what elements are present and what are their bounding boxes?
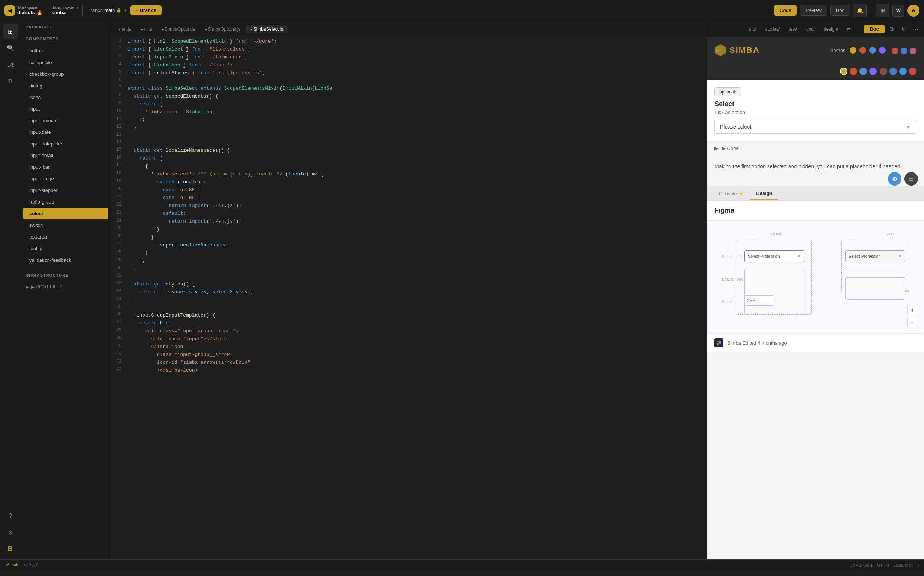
right-panel-tab-row: src/ stories/ test/ doc/ design/ ⇄	[745, 24, 854, 35]
doc-button[interactable]: Doc	[830, 5, 850, 16]
component-item-tooltip[interactable]: tooltip	[23, 243, 109, 254]
tab-simba-select[interactable]: ●SimbaSelect.js	[246, 25, 288, 34]
search-icon[interactable]: 🔍	[3, 40, 18, 56]
figma-browser-box-label: Browser box	[722, 277, 743, 281]
code-editor[interactable]: 1import { html, ScopedElementsMixin } fr…	[111, 37, 707, 560]
code-panel: ●en.js ●nl.js ●SimbaOption.js ●SimbaOpti…	[111, 21, 707, 560]
flip-locale-button[interactable]: flip locale	[715, 87, 742, 96]
code-line: 30 }	[111, 265, 707, 273]
code-line: 32 static get styles() {	[111, 280, 707, 288]
simba-logo-icon: S	[715, 43, 726, 57]
component-item-input[interactable]: input	[23, 103, 109, 115]
status-ln-col: Ln 43, Col 1	[850, 563, 873, 567]
component-item-input-email[interactable]: input-email	[23, 150, 109, 161]
popout-icon[interactable]: ⧉	[887, 24, 897, 35]
tab-dot2: ●	[141, 27, 143, 32]
code-line: 24 return import('./en.js');	[111, 218, 707, 226]
settings-gear-icon[interactable]: ⚙	[888, 172, 902, 186]
component-item-input-datepicker[interactable]: input-datepicker	[23, 138, 109, 150]
component-item-collapsible[interactable]: collapsible	[23, 57, 109, 68]
zoom-in-button[interactable]: +	[908, 305, 918, 315]
doc-tab-active[interactable]: Doc	[863, 25, 885, 34]
component-item-input-stepper[interactable]: input-stepper	[23, 184, 109, 196]
component-item-button[interactable]: button	[23, 45, 109, 57]
select-dropdown[interactable]: Please select ▼	[715, 120, 916, 134]
code-line: 36 _inputGroupInputTemplate() {	[111, 311, 707, 319]
doc-main: flip locale Select Pick an option Please…	[707, 80, 924, 141]
bold-icon[interactable]: B	[3, 541, 18, 557]
theme-dot-5[interactable]	[880, 67, 887, 75]
help-icon[interactable]: ?	[3, 509, 18, 523]
code-toggle[interactable]: ▶ ▶ Code	[707, 141, 924, 155]
packages-icon[interactable]: ⊞	[3, 24, 18, 39]
theme-dot-4[interactable]	[869, 67, 877, 75]
status-language: JavaScript	[894, 563, 913, 567]
theme-dot-blue2[interactable]	[901, 48, 908, 54]
figma-design-inner: default hover Select Input Select Profes…	[715, 228, 916, 326]
simba-logo: S SIMBA	[715, 43, 760, 57]
component-item-input-range[interactable]: input-range	[23, 173, 109, 184]
component-item-input-iban[interactable]: input-iban	[23, 161, 109, 173]
settings-icon[interactable]: ⚙	[3, 525, 18, 540]
layout-switch-icon[interactable]: ⇄	[843, 24, 854, 35]
more-icon[interactable]: ⋯	[911, 24, 921, 35]
layout-icon[interactable]: ⊞	[876, 4, 889, 17]
theme-dot-1[interactable]	[840, 67, 847, 75]
design-tab[interactable]: Design	[750, 187, 778, 200]
tab-design[interactable]: design/	[820, 25, 842, 34]
help-status-icon[interactable]: ?	[917, 563, 919, 567]
tab-simba-option[interactable]: ●SimbaOption.js	[157, 25, 200, 34]
refresh-icon[interactable]: ↻	[898, 24, 909, 35]
theme-dot-gold[interactable]	[850, 47, 857, 54]
console-tab[interactable]: Console ⚡	[713, 188, 750, 200]
figma-select-box-2[interactable]: Select Profession ▼	[845, 250, 905, 262]
root-files-item[interactable]: ▶ ▶ ROOT FILES	[21, 281, 110, 293]
branch-dropdown-icon[interactable]: ▼	[123, 8, 127, 13]
theme-dot-7[interactable]	[899, 67, 907, 75]
theme-dot-red[interactable]	[892, 48, 898, 54]
git-icon[interactable]: ⎇	[3, 57, 18, 72]
tab-doc[interactable]: doc/	[803, 25, 818, 34]
theme-dot-6[interactable]	[889, 67, 897, 75]
zoom-out-button[interactable]: −	[908, 317, 918, 327]
extensions-icon[interactable]: ⧉	[3, 74, 18, 88]
tab-test[interactable]: test/	[785, 25, 801, 34]
component-item-icons[interactable]: icons	[23, 91, 109, 103]
svg-text:S: S	[716, 48, 720, 54]
review-button[interactable]: Review	[800, 5, 827, 16]
component-item-input-date[interactable]: input-date	[23, 126, 109, 138]
theme-dot-blue[interactable]	[869, 47, 876, 54]
hamburger-icon[interactable]: ☰	[905, 172, 918, 186]
bottom-tab-row: Console ⚡ Design	[707, 186, 924, 201]
user-avatar[interactable]: A	[908, 5, 919, 16]
divider2	[83, 5, 83, 16]
tab-simba-options[interactable]: ●SimbaOptions.js	[200, 25, 245, 34]
component-item-dialog[interactable]: dialog	[23, 80, 109, 91]
component-item-validation-feedback[interactable]: validation-feedback	[23, 254, 109, 266]
tab-en-js[interactable]: ●en.js	[114, 25, 135, 34]
tab-src[interactable]: src/	[745, 25, 760, 34]
lock-icon: 🔒	[116, 8, 121, 13]
tab-stories[interactable]: stories/	[762, 25, 784, 34]
figma-select-box-1[interactable]: Select Profession ▼	[744, 250, 804, 262]
code-line: 22 return import('./nl.js');	[111, 202, 707, 210]
user-avatar-w[interactable]: W	[892, 5, 905, 16]
theme-dot-pink[interactable]	[910, 48, 916, 54]
component-item-textarea[interactable]: textarea	[23, 231, 109, 243]
code-button[interactable]: Code	[774, 5, 797, 16]
add-branch-button[interactable]: + Branch	[130, 5, 161, 15]
component-item-checkbox-group[interactable]: checkbox-group	[23, 68, 109, 80]
component-item-select[interactable]: select	[23, 208, 109, 219]
theme-dot-purple[interactable]	[879, 47, 886, 54]
code-line: 23 default:	[111, 210, 707, 218]
component-item-radio-group[interactable]: radio-group	[23, 196, 109, 208]
theme-dot-8[interactable]	[909, 67, 916, 75]
theme-dot-orange[interactable]	[860, 47, 866, 54]
theme-dot-3[interactable]	[860, 67, 867, 75]
theme-dot-2[interactable]	[850, 67, 857, 75]
component-item-switch[interactable]: switch	[23, 219, 109, 231]
component-item-input-amount[interactable]: input-amount	[23, 115, 109, 126]
tab-nl-js[interactable]: ●nl.js	[136, 25, 156, 34]
code-line: 39 <slot name="input"></slot>	[111, 335, 707, 343]
notification-icon[interactable]: 🔔	[853, 4, 866, 17]
